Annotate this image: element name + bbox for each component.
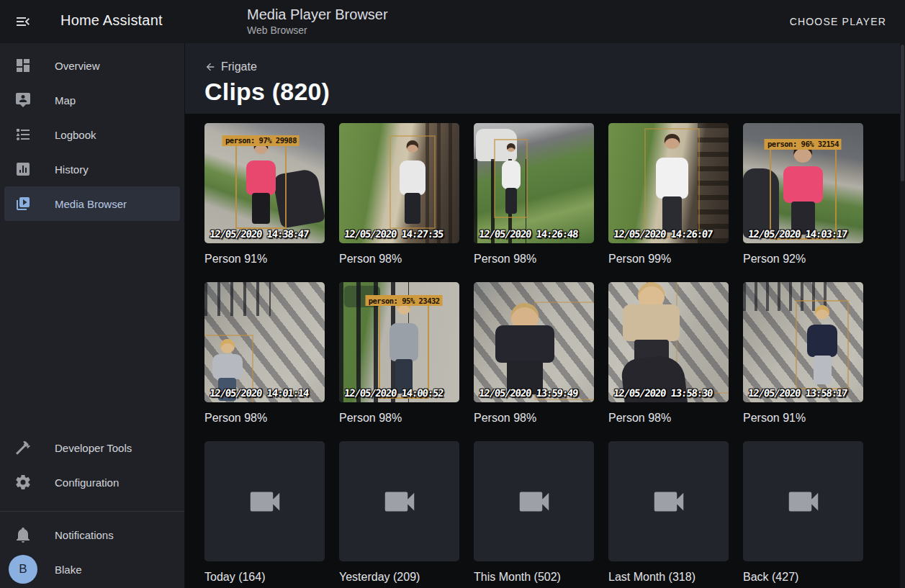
folder-tile xyxy=(608,441,729,561)
breadcrumb-back[interactable]: Frigate xyxy=(204,43,257,73)
detection-box: person: 97% 29988 xyxy=(235,135,286,229)
media-clip[interactable]: 12/05/2020 13:58:17 Person 91% xyxy=(743,282,863,441)
media-folder-yesterday-209[interactable]: Yesterday (209) xyxy=(339,441,459,588)
detection-box: person: 95% 23432 xyxy=(379,295,429,399)
person-figure xyxy=(652,134,692,235)
detection-box xyxy=(796,300,848,389)
folder-caption: This Month (502) xyxy=(474,570,594,584)
clip-caption: Person 99% xyxy=(608,252,729,266)
detection-box xyxy=(644,128,700,239)
sidebar-toggle-button[interactable] xyxy=(14,13,32,30)
media-clip[interactable]: person: 97% 29988 12/05/2020 14:38:47 Pe… xyxy=(204,123,325,282)
person-figure xyxy=(616,282,687,374)
clip-caption: Person 92% xyxy=(743,252,863,266)
media-clip[interactable]: person: 95% 23432 12/05/2020 14:00:52 Pe… xyxy=(339,282,459,441)
sidebar-divider xyxy=(0,511,184,512)
folder-caption: Back (427) xyxy=(743,570,863,584)
person-torso xyxy=(212,354,243,379)
detection-box xyxy=(390,135,435,229)
play-box-multiple-icon xyxy=(14,195,32,212)
sidebar-item-map[interactable]: Map xyxy=(4,83,180,117)
page-title: Clips (820) xyxy=(204,78,905,106)
sidebar: Overview Map Logbook History Media Brows… xyxy=(0,43,184,588)
sidebar-item-notifications[interactable]: Notifications xyxy=(4,517,180,552)
detection-label: person: 95% 23432 xyxy=(366,295,443,306)
media-folder-this-month-502[interactable]: This Month (502) xyxy=(474,441,594,588)
clip-timestamp: 12/05/2020 14:03:17 xyxy=(747,228,847,240)
clip-thumbnail: 12/05/2020 14:27:35 xyxy=(339,123,459,243)
sidebar-item-configuration[interactable]: Configuration xyxy=(4,465,180,499)
scrollbar[interactable] xyxy=(900,43,905,588)
clip-thumbnail: person: 96% 32154 12/05/2020 14:03:17 xyxy=(743,123,863,243)
folder-caption: Last Month (318) xyxy=(608,570,729,584)
person-torso xyxy=(400,160,426,194)
media-folder-last-month-318[interactable]: Last Month (318) xyxy=(608,441,729,588)
panel-subtitle: Web Browser xyxy=(247,24,388,37)
clip-thumbnail: 12/05/2020 13:58:30 xyxy=(608,282,729,402)
media-clip[interactable]: 12/05/2020 14:26:07 Person 99% xyxy=(608,123,729,282)
media-clip[interactable]: 12/05/2020 13:59:49 Person 98% xyxy=(474,282,594,441)
detection-box xyxy=(494,139,528,218)
media-clip[interactable]: 12/05/2020 14:27:35 Person 98% xyxy=(339,123,459,282)
folder-caption: Yesterday (209) xyxy=(339,570,459,584)
video-icon xyxy=(784,482,823,521)
sidebar-item-media-browser[interactable]: Media Browser xyxy=(4,186,180,221)
sidebar-tools-nav: Developer Tools Configuration xyxy=(0,430,184,499)
clip-thumbnail: 12/05/2020 14:26:48 xyxy=(474,123,594,243)
detection-box xyxy=(534,302,595,400)
media-clip[interactable]: 12/05/2020 14:26:48 Person 98% xyxy=(474,123,594,282)
clip-timestamp: 12/05/2020 14:27:35 xyxy=(343,228,444,240)
video-icon xyxy=(380,482,419,521)
clip-thumbnail: person: 97% 29988 12/05/2020 14:38:47 xyxy=(204,123,325,243)
person-torso xyxy=(390,323,418,361)
cog-icon xyxy=(14,474,32,491)
sidebar-item-logbook[interactable]: Logbook xyxy=(4,117,180,152)
clip-caption: Person 98% xyxy=(339,252,459,266)
chart-box-icon xyxy=(14,160,32,178)
clip-thumbnail: 12/05/2020 13:59:49 xyxy=(474,282,594,402)
person-legs xyxy=(405,193,420,224)
clip-timestamp: 12/05/2020 14:26:07 xyxy=(613,228,713,240)
clip-timestamp: 12/05/2020 14:00:52 xyxy=(343,387,444,399)
person-figure xyxy=(487,303,562,397)
media-grid-area: person: 97% 29988 12/05/2020 14:38:47 Pe… xyxy=(185,114,905,588)
sidebar-item-overview[interactable]: Overview xyxy=(4,48,180,83)
clip-timestamp: 12/05/2020 13:58:17 xyxy=(747,387,847,399)
clip-timestamp: 12/05/2020 14:01:14 xyxy=(209,387,309,399)
sidebar-profile[interactable]: B Blake xyxy=(4,552,180,587)
detection-label: person: 96% 32154 xyxy=(765,139,842,150)
video-icon xyxy=(246,482,284,521)
person-torso xyxy=(495,325,555,363)
media-clip[interactable]: 12/05/2020 14:01:14 Person 98% xyxy=(204,282,325,441)
detection-box xyxy=(676,282,729,394)
clip-caption: Person 98% xyxy=(608,411,729,425)
clips-grid: person: 97% 29988 12/05/2020 14:38:47 Pe… xyxy=(204,123,905,441)
panel-title: Media Player Browser xyxy=(247,6,388,24)
format-list-bulleted-icon xyxy=(14,126,32,143)
person-torso xyxy=(246,160,275,194)
person-head xyxy=(507,143,515,152)
person-figure xyxy=(500,143,523,215)
person-figure xyxy=(243,140,279,226)
media-clip[interactable]: person: 96% 32154 12/05/2020 14:03:17 Pe… xyxy=(743,123,863,282)
clip-timestamp: 12/05/2020 14:38:47 xyxy=(209,228,309,240)
person-torso xyxy=(502,160,521,189)
media-browser-header: Frigate Clips (820) xyxy=(185,43,905,114)
clip-timestamp: 12/05/2020 14:26:48 xyxy=(478,228,578,240)
media-folder-back-427[interactable]: Back (427) xyxy=(743,441,863,588)
view-dashboard-icon xyxy=(14,57,32,74)
sidebar-item-history[interactable]: History xyxy=(4,152,180,186)
scrollbar-thumb[interactable] xyxy=(901,45,904,181)
choose-player-button[interactable]: CHOOSE PLAYER xyxy=(785,0,891,43)
media-clip[interactable]: 12/05/2020 13:58:30 Person 98% xyxy=(608,282,729,441)
person-torso xyxy=(783,166,822,203)
sidebar-item-developer-tools[interactable]: Developer Tools xyxy=(4,430,180,465)
hammer-icon xyxy=(14,439,32,456)
person-legs xyxy=(505,188,517,214)
media-folder-today-164[interactable]: Today (164) xyxy=(204,441,325,588)
clip-thumbnail: person: 95% 23432 12/05/2020 14:00:52 xyxy=(339,282,459,402)
person-legs xyxy=(662,196,682,233)
avatar: B xyxy=(9,555,37,584)
app-title: Home Assistant xyxy=(60,12,163,29)
clip-thumbnail: 12/05/2020 14:01:14 xyxy=(204,282,325,402)
